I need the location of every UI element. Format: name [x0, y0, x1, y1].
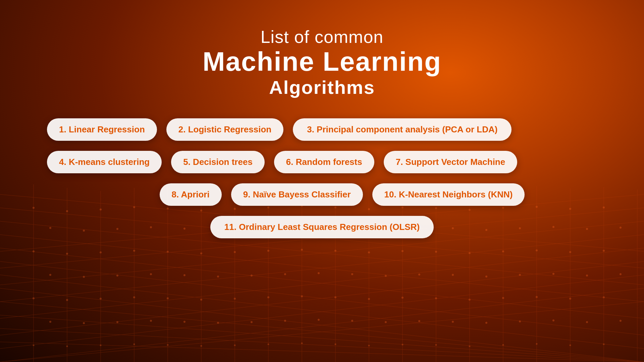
algo-apriori: 8. Apriori	[160, 183, 222, 206]
algo-olsr: 11. Ordinary Least Squares Regression (O…	[210, 216, 434, 238]
algo-decision-trees: 5. Decision trees	[171, 151, 265, 173]
algo-svm: 7. Support Vector Machine	[384, 151, 518, 173]
algorithm-row-4: 11. Ordinary Least Squares Regression (O…	[27, 216, 617, 238]
title-section: List of common Machine Learning Algorith…	[203, 27, 441, 98]
main-content: List of common Machine Learning Algorith…	[0, 0, 644, 362]
algo-k-means: 4. K-means clustering	[47, 151, 162, 173]
algo-naive-bayes: 9. Naïve Bayess Classifier	[231, 183, 363, 206]
algo-knn: 10. K-Nearest Neighbors (KNN)	[372, 183, 525, 206]
algorithm-row-3: 8. Apriori 9. Naïve Bayess Classifier 10…	[27, 183, 617, 206]
algorithm-row-1: 1. Linear Regression 2. Logistic Regress…	[27, 118, 617, 141]
title-top: List of common	[203, 27, 441, 47]
algo-random-forests: 6. Random forests	[274, 151, 374, 173]
algorithm-row-2: 4. K-means clustering 5. Decision trees …	[27, 151, 617, 173]
algo-logistic-regression: 2. Logistic Regression	[166, 118, 283, 141]
title-sub: Algorithms	[203, 76, 441, 98]
title-main: Machine Learning	[203, 47, 441, 76]
algorithms-container: 1. Linear Regression 2. Logistic Regress…	[0, 118, 644, 238]
algo-linear-regression: 1. Linear Regression	[47, 118, 157, 141]
algo-pca: 3. Principal component analysis (PCA or …	[293, 118, 512, 141]
